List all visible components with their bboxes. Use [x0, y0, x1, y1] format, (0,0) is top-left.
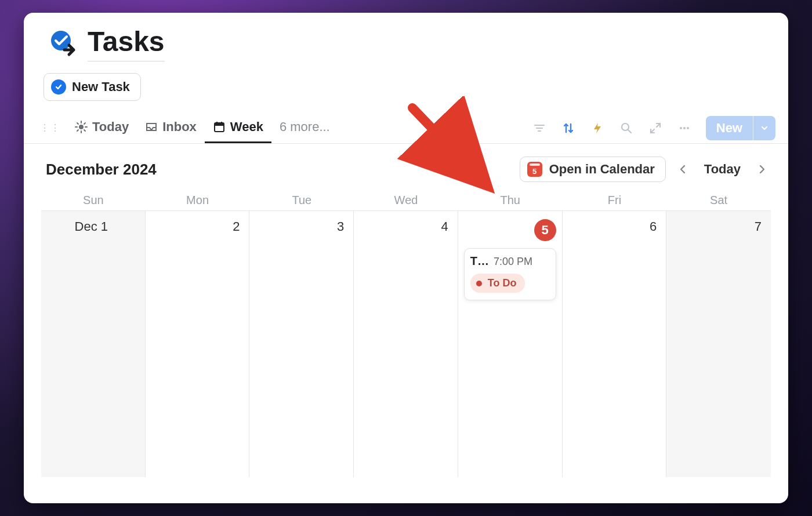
event-card[interactable]: T… 7:00 PM To Do: [464, 248, 556, 300]
day-cell[interactable]: 3: [249, 211, 354, 477]
day-cell[interactable]: 5 T… 7:00 PM To Do: [458, 211, 563, 477]
date-number: 3: [255, 219, 347, 234]
day-header: Sun: [41, 194, 146, 207]
svg-point-2: [79, 125, 84, 129]
event-time: 7:00 PM: [494, 256, 532, 268]
date-number: 4: [360, 219, 452, 234]
sun-icon: [75, 121, 88, 133]
day-headers: Sun Mon Tue Wed Thu Fri Sat: [24, 190, 788, 210]
search-icon[interactable]: [619, 121, 634, 136]
sort-icon[interactable]: [561, 121, 576, 136]
check-circle-icon: [51, 79, 66, 95]
date-number: Dec 1: [47, 219, 139, 234]
more-icon[interactable]: [677, 121, 692, 136]
tasks-app-icon: [49, 30, 76, 57]
day-header: Mon: [146, 194, 250, 207]
inbox-icon: [145, 121, 158, 133]
day-header: Fri: [563, 194, 667, 207]
calendar-app-icon: 5: [527, 162, 542, 177]
day-cell[interactable]: 6: [563, 211, 667, 477]
event-title: T…: [470, 255, 489, 268]
calendar-icon: [213, 121, 226, 133]
day-cell[interactable]: Dec 1: [41, 211, 146, 477]
day-header: Sat: [666, 194, 771, 207]
day-cell[interactable]: 4: [354, 211, 458, 477]
today-date-badge: 5: [534, 219, 556, 241]
tab-more-label: 6 more...: [280, 119, 330, 135]
new-button[interactable]: New: [706, 116, 775, 140]
svg-point-22: [680, 127, 682, 129]
date-number: 6: [568, 219, 661, 234]
svg-line-19: [628, 130, 631, 133]
date-number: 2: [151, 219, 244, 234]
prev-week-button[interactable]: [674, 161, 691, 178]
next-week-button[interactable]: [753, 161, 771, 178]
tab-more[interactable]: 6 more...: [271, 112, 338, 143]
expand-icon[interactable]: [648, 121, 663, 136]
bolt-icon[interactable]: [590, 121, 605, 136]
chevron-down-icon[interactable]: [753, 116, 775, 140]
svg-line-7: [77, 123, 78, 124]
tab-today-label: Today: [92, 119, 129, 135]
tab-inbox[interactable]: Inbox: [137, 112, 205, 143]
today-button[interactable]: Today: [699, 162, 745, 177]
day-cell[interactable]: 2: [146, 211, 250, 477]
svg-point-23: [683, 127, 686, 129]
drag-handle-icon[interactable]: ⋮⋮: [40, 122, 61, 133]
page-title[interactable]: Tasks: [88, 26, 165, 61]
day-header: Wed: [354, 194, 458, 207]
app-window: Tasks New Task ⋮⋮ Today Inbox: [24, 13, 788, 503]
tab-week[interactable]: Week: [205, 112, 271, 143]
svg-line-9: [84, 123, 85, 124]
new-button-label: New: [706, 116, 753, 140]
svg-point-1: [51, 31, 71, 50]
open-in-calendar-label: Open in Calendar: [549, 162, 655, 177]
new-task-label: New Task: [72, 79, 130, 95]
date-number: 7: [672, 219, 765, 234]
svg-point-24: [687, 127, 689, 129]
tab-week-label: Week: [230, 119, 263, 135]
month-label: December 2024: [46, 161, 157, 179]
new-task-button[interactable]: New Task: [44, 73, 141, 101]
week-grid: Dec 1 2 3 4 5 T… 7:00 PM To Do: [41, 210, 771, 477]
day-header: Tue: [249, 194, 354, 207]
day-cell[interactable]: 7: [666, 211, 771, 477]
svg-line-10: [77, 130, 78, 131]
event-status-label: To Do: [488, 277, 517, 289]
open-in-calendar-button[interactable]: 5 Open in Calendar: [520, 157, 666, 182]
svg-line-8: [84, 130, 85, 131]
day-header: Thu: [458, 194, 563, 207]
svg-rect-12: [215, 123, 224, 126]
tab-today[interactable]: Today: [67, 112, 137, 143]
event-status-badge: To Do: [470, 274, 525, 293]
filter-icon[interactable]: [532, 121, 547, 136]
svg-point-18: [622, 123, 629, 130]
tab-inbox-label: Inbox: [162, 119, 197, 135]
status-dot-icon: [476, 281, 482, 286]
view-tabs: ⋮⋮ Today Inbox Week 6 more...: [24, 111, 788, 144]
